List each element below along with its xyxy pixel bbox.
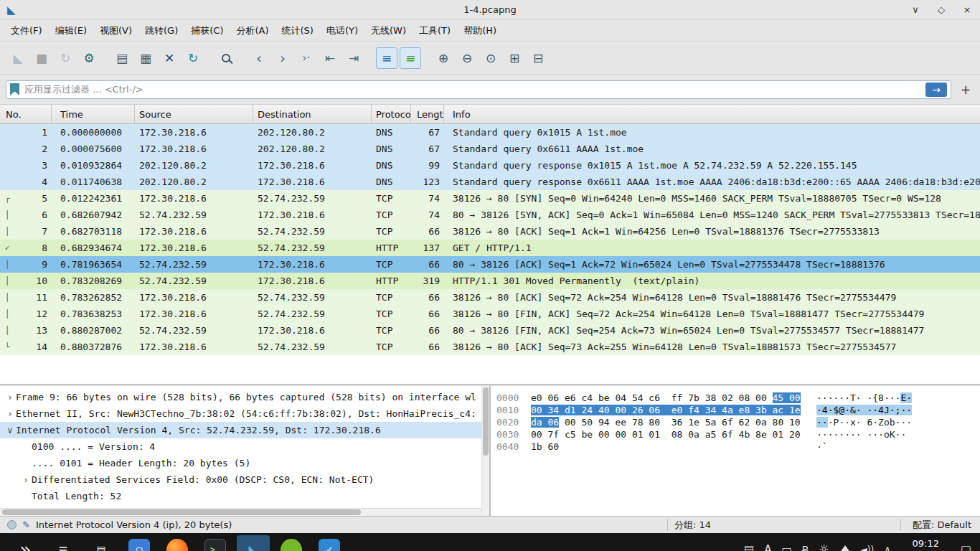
opensuse-icon[interactable] [275, 535, 308, 551]
packet-row[interactable]: 40.011740638202.120.80.2172.30.218.6DNS1… [0, 174, 980, 190]
display-filter-box[interactable]: → [6, 80, 951, 99]
packet-row[interactable]: 20.000075600172.30.218.6202.120.80.2DNS6… [0, 141, 980, 157]
go-forward-icon[interactable]: › [272, 47, 293, 69]
detail-line[interactable]: ›Ethernet II, Src: NewH3CTechno_7b:38:02… [0, 405, 489, 422]
packet-row[interactable]: ✓80.682934674172.30.218.652.74.232.59HTT… [0, 240, 980, 256]
minimize-icon[interactable]: ∨ [910, 4, 921, 15]
open-file-icon[interactable]: ▤ [111, 47, 133, 69]
packet-row[interactable]: │70.682703118172.30.218.652.74.232.59TCP… [0, 223, 980, 240]
detail-line[interactable]: 0100 .... = Version: 4 [0, 438, 489, 455]
filter-bookmark-icon[interactable] [10, 83, 19, 95]
taskbar-clock[interactable]: 09:12 2024/12/13 [901, 538, 951, 551]
number-columns-icon[interactable]: ⊟ [527, 47, 549, 69]
menu-item[interactable]: 编辑(E) [49, 22, 93, 40]
colorize-icon[interactable]: ≡ [400, 47, 421, 69]
notes-icon[interactable]: ▤ [744, 543, 754, 551]
expand-icon[interactable]: › [20, 474, 32, 485]
bluetooth-icon[interactable]: Ƀ [802, 544, 809, 551]
column-header-no[interactable]: No. [0, 105, 52, 123]
packet-row[interactable]: │90.78196365452.74.232.59172.30.218.6TCP… [0, 256, 980, 273]
column-header-source[interactable]: Source [135, 105, 253, 123]
details-horizontal-scrollbar[interactable] [0, 508, 481, 516]
terminal-icon[interactable]: >_ [199, 535, 232, 551]
status-profile[interactable]: 配置: Default [913, 519, 971, 532]
menu-item[interactable]: 跳转(G) [138, 22, 184, 40]
scrollbar-thumb[interactable] [483, 387, 489, 456]
scrollbar-thumb[interactable] [2, 509, 361, 515]
file-manager-icon[interactable]: ▢ [123, 535, 156, 551]
printer-icon[interactable]: ▤ [85, 535, 118, 551]
column-header-length[interactable]: Length [411, 105, 444, 123]
hex-row[interactable]: 003000 7f c5 be 00 00 01 01 08 0a a5 6f … [496, 428, 980, 441]
menu-item[interactable]: 分析(A) [230, 22, 275, 40]
auto-scroll-icon[interactable]: ≡ [376, 47, 397, 69]
reload-file-icon[interactable]: ↻ [182, 47, 204, 69]
add-filter-button[interactable]: + [957, 81, 974, 98]
volume-icon[interactable]: ◄)) [861, 545, 875, 551]
find-packet-icon[interactable] [215, 47, 237, 69]
packet-row[interactable]: │100.78320826952.74.232.59172.30.218.6HT… [0, 273, 980, 289]
column-header-time[interactable]: Time [52, 105, 135, 123]
close-file-icon[interactable]: ✕ [159, 47, 180, 69]
firefox-icon[interactable] [161, 535, 194, 551]
packet-row[interactable]: ┌50.012242361172.30.218.652.74.232.59TCP… [0, 190, 980, 207]
column-header-protocol[interactable]: Protocol [372, 105, 411, 123]
brightness-icon[interactable]: ☼ [819, 542, 829, 551]
menu-item[interactable]: 电话(Y) [320, 22, 364, 40]
expand-icon[interactable]: › [4, 392, 16, 402]
menu-item[interactable]: 捕获(C) [184, 22, 230, 40]
capture-start-icon[interactable]: ◣ [7, 47, 29, 69]
packet-row[interactable]: 30.010932864202.120.80.2172.30.218.6DNS9… [0, 157, 980, 174]
packet-row[interactable]: │120.783638253172.30.218.652.74.232.59TC… [0, 306, 980, 322]
detail-line[interactable]: ›Frame 9: 66 bytes on wire (528 bits), 6… [0, 389, 489, 405]
zoom-reset-icon[interactable]: ⊙ [480, 47, 501, 69]
expand-icon[interactable]: › [4, 408, 16, 419]
zoom-out-icon[interactable]: ⊖ [456, 47, 478, 69]
maximize-icon[interactable]: ◇ [936, 4, 947, 15]
wifi-icon[interactable] [839, 545, 851, 551]
menu-item[interactable]: 帮助(H) [457, 22, 503, 40]
code-editor-icon[interactable]: ✓ [313, 535, 346, 551]
edit-comment-icon[interactable]: ✎ [22, 519, 30, 530]
detail-line[interactable]: Total Length: 52 [0, 488, 489, 504]
column-header-info[interactable]: Info [444, 105, 980, 123]
display-filter-input[interactable] [24, 84, 920, 95]
packet-row[interactable]: └140.880372876172.30.218.652.74.232.59TC… [0, 339, 980, 355]
first-packet-icon[interactable]: ⇤ [319, 47, 341, 69]
save-file-icon[interactable]: ▦ [135, 47, 156, 69]
packet-row[interactable]: │130.88028700252.74.232.59172.30.218.6TC… [0, 322, 980, 339]
menu-item[interactable]: 统计(S) [275, 22, 320, 40]
collapse-icon[interactable]: ∨ [4, 425, 16, 435]
details-vertical-scrollbar[interactable] [481, 386, 489, 516]
hex-row[interactable]: 0000e0 06 e6 c4 be 04 54 c6 ff 7b 38 02 … [496, 392, 980, 404]
menu-item[interactable]: 工具(T) [413, 22, 457, 40]
hex-row[interactable]: 0020da 06 00 50 94 ee 78 80 36 1e 5a 6f … [496, 416, 980, 428]
packet-row[interactable]: 10.000000000172.30.218.6202.120.80.2DNS6… [0, 124, 980, 141]
battery-icon[interactable]: ▭ [781, 543, 791, 551]
tweaks-icon[interactable]: ≡ [47, 535, 80, 551]
packet-row[interactable]: │110.783262852172.30.218.652.74.232.59TC… [0, 289, 980, 306]
apply-filter-button[interactable]: → [925, 83, 947, 97]
resize-columns-icon[interactable]: ⊞ [504, 47, 525, 69]
capture-restart-icon[interactable]: ↻ [55, 47, 76, 69]
hex-row[interactable]: 001000 34 d1 24 40 00 26 06 e0 f4 34 4a … [496, 404, 980, 416]
menu-item[interactable]: 文件(F) [4, 22, 49, 40]
column-header-destination[interactable]: Destination [253, 105, 372, 123]
input-method-icon[interactable]: A [764, 543, 771, 551]
detail-line[interactable]: .... 0101 = Header Length: 20 bytes (5) [0, 455, 489, 471]
display-icon[interactable]: ▢ [961, 542, 971, 551]
close-icon[interactable]: × [961, 4, 973, 15]
detail-line[interactable]: ∨Internet Protocol Version 4, Src: 52.74… [0, 422, 489, 438]
tray-expand-icon[interactable]: ∧ [884, 544, 891, 551]
wireshark-icon[interactable]: ◣ [237, 535, 270, 551]
packet-row[interactable]: │60.68260794252.74.232.59172.30.218.6TCP… [0, 207, 980, 223]
capture-stop-icon[interactable]: ■ [31, 47, 52, 69]
last-packet-icon[interactable]: ⇥ [343, 47, 364, 69]
zoom-in-icon[interactable]: ⊕ [433, 47, 454, 69]
go-to-packet-icon[interactable]: ›· [296, 47, 317, 69]
capture-options-icon[interactable]: ⚙ [78, 47, 100, 69]
hex-row[interactable]: 00401b 60·` [496, 441, 980, 453]
expert-info-icon[interactable] [7, 520, 17, 529]
menu-item[interactable]: 视图(V) [93, 22, 138, 40]
menu-item[interactable]: 无线(W) [364, 22, 413, 40]
